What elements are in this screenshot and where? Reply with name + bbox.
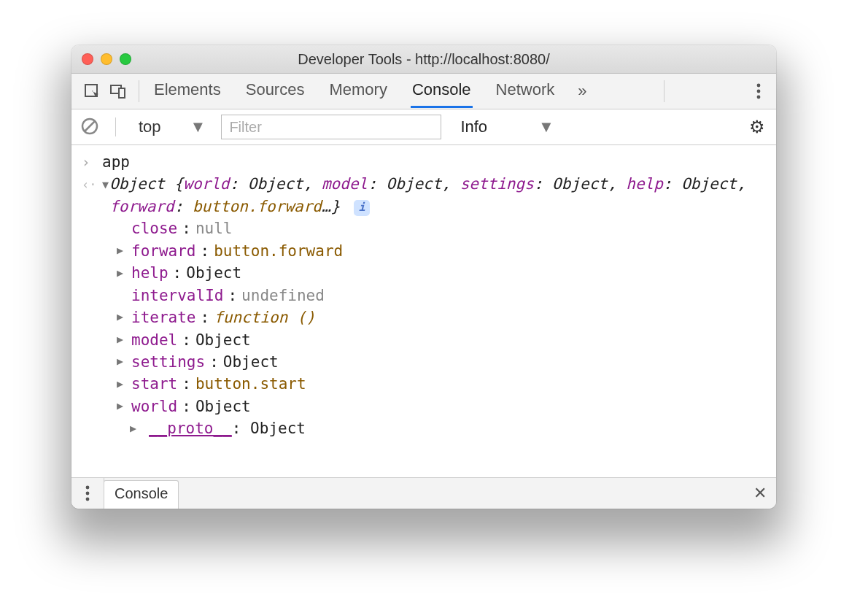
object-property-row[interactable]: ▶settings: Object — [117, 351, 766, 373]
return-icon: ‹· — [82, 177, 96, 192]
property-key: iterate — [131, 306, 196, 328]
property-value: button.start — [195, 373, 306, 395]
svg-point-4 — [757, 90, 761, 93]
svg-rect-2 — [119, 88, 125, 98]
proto-value: Object — [250, 420, 306, 437]
context-label: top — [139, 117, 161, 136]
console-input-text[interactable]: app — [102, 151, 130, 173]
svg-point-9 — [86, 492, 90, 496]
property-key: help — [131, 262, 168, 284]
expand-icon[interactable]: ▶ — [117, 332, 127, 348]
window-title: Developer Tools - http://localhost:8080/ — [71, 51, 776, 68]
zoom-window-button[interactable] — [120, 53, 131, 65]
tab-elements[interactable]: Elements — [152, 74, 222, 108]
tab-memory[interactable]: Memory — [328, 74, 388, 108]
console-result-row[interactable]: ‹· ▼ Object {world: Object, model: Objec… — [82, 173, 766, 217]
console-toolbar: top ▼ Info ▼ ⚙ — [71, 109, 776, 145]
context-selector[interactable]: top ▼ — [131, 113, 214, 141]
property-value: button.forward — [214, 240, 343, 262]
expand-icon[interactable]: ▶ — [130, 421, 140, 437]
property-value: Object — [195, 396, 251, 417]
expand-toggle-icon[interactable]: ▼ — [102, 173, 109, 193]
drawer-bar: Console ✕ — [71, 477, 776, 509]
expand-icon[interactable]: ▶ — [117, 243, 127, 259]
object-proto-row[interactable]: ▶ __proto__: Object — [82, 417, 766, 439]
property-value: null — [195, 217, 233, 239]
log-level-label: Info — [460, 117, 487, 136]
traffic-lights — [82, 53, 131, 65]
svg-line-7 — [85, 121, 95, 131]
drawer-tab-console[interactable]: Console — [104, 480, 179, 509]
more-tabs-icon[interactable]: » — [578, 82, 586, 101]
property-key: settings — [131, 351, 205, 373]
clear-console-icon[interactable] — [80, 117, 101, 137]
separator — [115, 117, 116, 136]
tab-network[interactable]: Network — [495, 74, 557, 108]
close-window-button[interactable] — [82, 53, 93, 65]
separator — [664, 80, 664, 102]
object-property-row[interactable]: ▶iterate: function () — [117, 306, 766, 328]
drawer-kebab-icon[interactable] — [71, 478, 104, 509]
proto-key: __proto__ — [149, 420, 232, 437]
info-badge-icon[interactable]: i — [354, 200, 370, 216]
property-value: Object — [195, 329, 251, 351]
property-key: model — [131, 329, 177, 351]
object-property-row[interactable]: ▶forward: button.forward — [117, 240, 766, 262]
settings-kebab-icon[interactable] — [748, 81, 769, 101]
property-value: undefined — [241, 285, 325, 306]
dropdown-icon: ▼ — [538, 117, 554, 136]
property-value: function () — [214, 306, 315, 328]
expand-icon[interactable]: ▶ — [117, 398, 127, 415]
panel-tabs: Elements Sources Memory Console Network — [152, 74, 556, 108]
object-summary[interactable]: Object {world: Object, model: Object, se… — [109, 173, 766, 217]
minimize-window-button[interactable] — [101, 53, 112, 65]
property-value: Object — [186, 262, 241, 284]
expand-icon[interactable]: ▶ — [117, 354, 127, 370]
property-key: close — [131, 217, 177, 239]
svg-point-10 — [86, 498, 90, 501]
expand-icon[interactable]: ▶ — [117, 309, 127, 325]
inspect-element-icon[interactable] — [79, 78, 105, 104]
object-property-row[interactable]: ▶start: button.start — [117, 373, 766, 395]
svg-point-5 — [757, 96, 761, 99]
svg-point-3 — [757, 84, 761, 88]
close-drawer-icon[interactable]: ✕ — [744, 478, 776, 509]
property-key: intervalId — [131, 285, 223, 306]
property-key: world — [131, 396, 177, 417]
expand-icon[interactable]: ▶ — [117, 377, 127, 393]
object-property-row[interactable]: ▶world: Object — [117, 396, 766, 417]
object-property-row[interactable]: ▶model: Object — [117, 329, 766, 351]
main-tabbar: Elements Sources Memory Console Network … — [71, 74, 776, 109]
svg-point-8 — [86, 486, 90, 490]
property-key: forward — [131, 240, 196, 262]
object-property-row[interactable]: ▶help: Object — [117, 262, 766, 284]
log-level-selector[interactable]: Info ▼ — [460, 117, 554, 136]
property-key: start — [131, 373, 177, 395]
tab-console[interactable]: Console — [411, 74, 473, 108]
expand-icon[interactable]: ▶ — [117, 266, 127, 282]
property-value: Object — [223, 351, 279, 373]
separator — [139, 80, 139, 102]
console-output: › app ‹· ▼ Object {world: Object, model:… — [71, 145, 776, 477]
filter-input[interactable] — [221, 115, 441, 139]
device-toolbar-icon[interactable] — [105, 78, 131, 104]
dropdown-icon: ▼ — [190, 117, 206, 136]
tab-sources[interactable]: Sources — [244, 74, 306, 108]
console-input-row: › app — [82, 151, 766, 173]
object-properties: close: null▶forward: button.forward▶help… — [82, 217, 766, 417]
object-property-row[interactable]: close: null — [117, 217, 766, 239]
console-settings-icon[interactable]: ⚙ — [747, 117, 767, 137]
devtools-window: Developer Tools - http://localhost:8080/… — [71, 45, 776, 509]
titlebar: Developer Tools - http://localhost:8080/ — [71, 45, 776, 74]
object-property-row[interactable]: intervalId: undefined — [117, 285, 766, 306]
prompt-icon: › — [82, 151, 102, 173]
